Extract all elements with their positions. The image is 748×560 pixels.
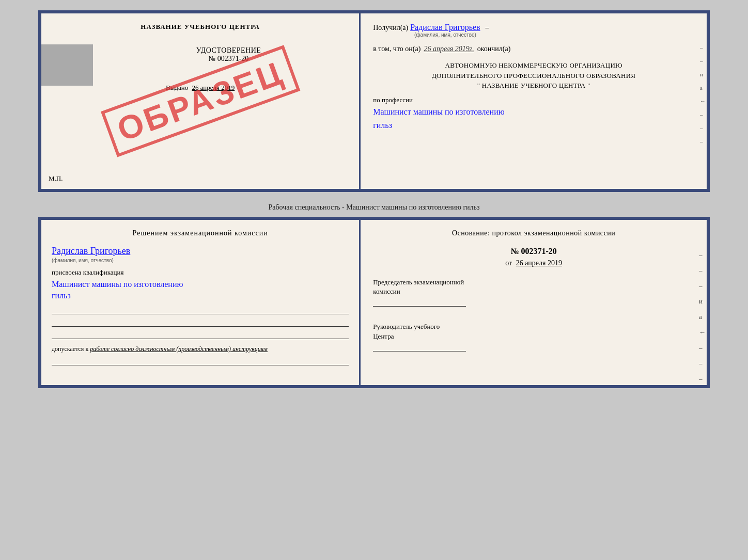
side-marks: – – и а ← – – – [700,44,706,145]
komissii-text: комиссии [373,287,694,296]
bottom-document: Решением экзаменационной комиссии Радисл… [38,217,710,388]
bottom-profession-line1: Машинист машины по изготовлению [52,279,349,290]
vydano-line: Выдано 26 апреля 2019 [52,84,349,92]
b-dash6: – [699,375,706,383]
dash-separator: – [486,24,489,32]
date-line: в том, что он(а) 26 апреля 2019г. окончи… [373,45,694,53]
fio-sublabel: (фамилия, имя, отчество) [414,32,476,38]
rukovoditel-line2: Центра [373,332,694,341]
top-doc-right: Получил(а) Радислав Григорьев (фамилия, … [361,13,707,189]
side-i: и [700,71,706,77]
seal-placeholder [41,44,93,86]
bottom-profession-line2: гильз [52,290,349,301]
okonchil-label: окончил(а) [477,45,511,53]
vydano-label: Выдано [166,84,188,91]
side-left: ← [700,98,706,104]
profession-line2: гильз [373,120,694,131]
b-dash1: – [699,251,706,259]
bottom-doc-left: Решением экзаменационной комиссии Радисл… [41,220,361,385]
dopuskaetsya-text: работе согласно должностным (производств… [90,345,268,353]
org-line1: АВТОНОМНУЮ НЕКОММЕРЧЕСКУЮ ОРГАНИЗАЦИЮ [373,60,694,71]
vtom-label: в том, что он(а) [373,45,420,53]
received-line: Получил(а) Радислав Григорьев (фамилия, … [373,23,694,38]
b-dash3: – [699,282,706,290]
ot-date: 26 апреля 2019 [516,259,562,267]
predsedatel-label: Председатель экзаменационной комиссии [373,278,694,307]
school-name-top: НАЗВАНИЕ УЧЕБНОГО ЦЕНТРА [52,23,349,31]
org-block: АВТОНОМНУЮ НЕКОММЕРЧЕСКУЮ ОРГАНИЗАЦИЮ ДО… [373,60,694,91]
udostoverenie-number: № 002371-20 [108,55,349,63]
side-a: а [700,85,706,91]
vtom-date: 26 апреля 2019г. [424,45,474,53]
dash3: – [700,111,706,118]
bottom-doc-right: Основание: протокол экзаменационной коми… [361,220,707,385]
rukovoditel-block: Руководитель учебного Центра [373,322,694,351]
vydano-date: 26 апреля 2019 [192,84,235,91]
b-side-i: и [699,297,706,306]
b-dash4: – [699,344,706,352]
bottom-fio-container: Радислав Григорьев (фамилия, имя, отчест… [52,246,349,263]
dash4: – [700,125,706,131]
b-dash5: – [699,359,706,367]
bottom-fio-sub: (фамилия, имя, отчество) [52,258,114,263]
underline2 [52,318,349,327]
org-line3: " НАЗВАНИЕ УЧЕБНОГО ЦЕНТРА " [373,81,694,91]
dash2: – [700,58,706,64]
dash-marks: – – – и а ← – – – [699,251,706,383]
decision-title: Решением экзаменационной комиссии [52,229,349,237]
predsedatel-text: Председатель экзаменационной [373,278,694,287]
rukovoditel-signature-line [373,343,466,351]
udostoverenie-label: УДОСТОВЕРЕНИЕ [108,46,349,55]
dash5: – [700,138,706,145]
protocol-date: от 26 апреля 2019 [373,259,694,267]
bottom-fio: Радислав Григорьев [52,246,130,257]
poluchil-label: Получил(а) [373,24,408,32]
rukovoditel-line1: Руководитель учебного [373,322,694,331]
middle-caption: Рабочая специальность - Машинист машины … [263,203,485,212]
dash1: – [700,44,706,51]
profession-line1: Машинист машины по изготовлению [373,106,694,118]
prisvoena-label: присвоена квалификация [52,268,349,277]
recipient-fio: Радислав Григорьев [410,23,480,32]
b-side-a: а [699,313,706,321]
ot-label: от [505,259,512,267]
underline3 [52,331,349,339]
fio-container: Радислав Григорьев (фамилия, имя, отчест… [410,23,480,38]
b-side-left: ← [699,328,706,337]
b-dash2: – [699,266,706,275]
underline4 [52,357,349,365]
bottom-side-marks: – – – и а ← – – – [699,251,706,383]
dopuskaetsya-block: допускается к работе согласно должностны… [52,345,349,353]
po-professii: по профессии [373,96,694,104]
top-document: НАЗВАНИЕ УЧЕБНОГО ЦЕНТРА УДОСТОВЕРЕНИЕ №… [38,10,710,192]
dopuskaetsya-label: допускается к [52,345,88,353]
protocol-number: № 002371-20 [373,247,694,256]
osnovanie-title: Основание: протокол экзаменационной коми… [373,229,694,237]
underline1 [52,306,349,314]
mp-label: М.П. [49,174,63,183]
top-doc-left: НАЗВАНИЕ УЧЕБНОГО ЦЕНТРА УДОСТОВЕРЕНИЕ №… [41,13,361,189]
chairman-signature-line [373,298,466,307]
org-line2: ДОПОЛНИТЕЛЬНОГО ПРОФЕССИОНАЛЬНОГО ОБРАЗО… [373,71,694,81]
